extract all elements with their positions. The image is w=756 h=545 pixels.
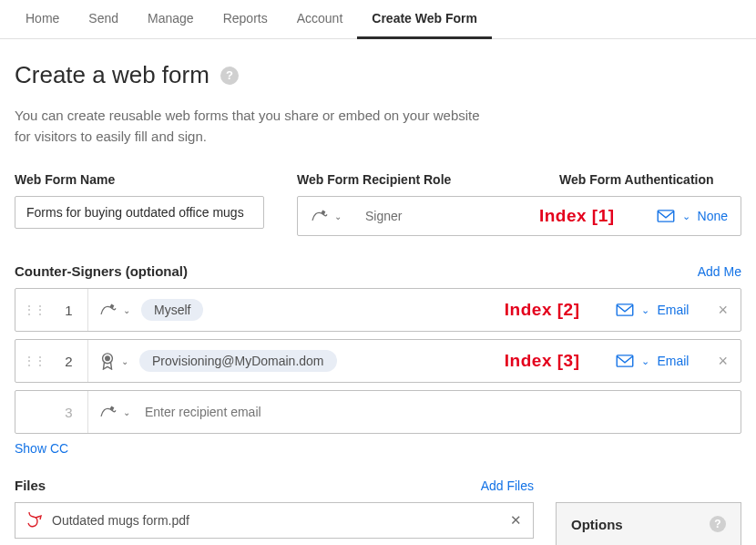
- role-dropdown[interactable]: ⌄: [88, 352, 139, 370]
- recipient-chip[interactable]: Myself: [141, 299, 203, 321]
- svg-rect-4: [618, 355, 634, 366]
- role-dropdown[interactable]: ⌄: [311, 209, 352, 223]
- auth-dropdown[interactable]: ⌄ Email: [616, 303, 689, 317]
- show-cc-link[interactable]: Show CC: [15, 441, 68, 456]
- mail-icon: [616, 303, 634, 316]
- file-name: Outdated mugs form.pdf: [52, 513, 501, 528]
- counter-signer-new-row: ⋮⋮ 3 ⌄: [15, 390, 741, 434]
- tab-reports[interactable]: Reports: [209, 0, 282, 38]
- index-annotation-1: Index [1]: [539, 206, 615, 226]
- row-number: 1: [50, 289, 88, 331]
- role-dropdown[interactable]: ⌄: [88, 303, 141, 317]
- svg-point-3: [106, 356, 110, 361]
- options-panel: Options ?: [556, 502, 741, 545]
- svg-rect-1: [618, 304, 634, 315]
- chevron-down-icon: ⌄: [121, 356, 128, 366]
- tab-account[interactable]: Account: [282, 0, 358, 38]
- help-icon[interactable]: ?: [220, 67, 239, 85]
- pdf-icon: [26, 510, 43, 530]
- pen-icon: [99, 405, 117, 419]
- mail-icon: [616, 355, 634, 367]
- index-annotation-2: Index [2]: [505, 300, 580, 320]
- main-tabs: Home Send Manage Reports Account Create …: [0, 0, 756, 39]
- help-icon[interactable]: ?: [710, 516, 726, 532]
- counter-signers-title: Counter-Signers (optional): [15, 263, 188, 279]
- recipient-email-input[interactable]: [141, 405, 741, 419]
- chevron-down-icon: ⌄: [123, 407, 130, 417]
- auth-dropdown[interactable]: ⌄ None: [657, 209, 728, 223]
- auth-email-text: Email: [657, 354, 689, 368]
- signer-role-text: Signer: [365, 209, 402, 223]
- primary-recipient-row: ⌄ Signer Index [1] ⌄ None: [297, 196, 741, 236]
- add-me-link[interactable]: Add Me: [698, 264, 741, 279]
- tab-home[interactable]: Home: [11, 0, 74, 38]
- auth-email-text: Email: [657, 303, 689, 317]
- chevron-down-icon: ⌄: [641, 304, 649, 316]
- pen-icon: [311, 209, 329, 223]
- counter-signer-row: ⋮⋮ 1 ⌄ Myself Index [2] ⌄ Email ×: [15, 288, 741, 332]
- chevron-down-icon: ⌄: [123, 305, 130, 315]
- role-dropdown[interactable]: ⌄: [88, 405, 141, 419]
- authentication-label: Web Form Authentication: [559, 172, 741, 187]
- drag-handle-icon[interactable]: ⋮⋮: [15, 354, 50, 368]
- index-annotation-3: Index [3]: [505, 351, 580, 371]
- svg-rect-0: [658, 211, 674, 221]
- recipient-chip[interactable]: Provisioning@MyDomain.dom: [139, 350, 337, 372]
- remove-file-button[interactable]: ✕: [510, 512, 522, 529]
- tab-manage[interactable]: Manage: [133, 0, 209, 38]
- mail-icon: [657, 210, 675, 222]
- row-number: 3: [50, 391, 88, 433]
- tab-create-web-form[interactable]: Create Web Form: [357, 0, 492, 39]
- tab-send[interactable]: Send: [74, 0, 133, 38]
- web-form-name-input[interactable]: [15, 196, 264, 229]
- pen-icon: [99, 303, 117, 317]
- row-number: 2: [50, 340, 88, 382]
- remove-row-button[interactable]: ×: [705, 301, 741, 320]
- recipient-role-label: Web Form Recipient Role: [297, 172, 559, 187]
- counter-signer-row: ⋮⋮ 2 ⌄ Provisioning@MyDomain.dom Index […: [15, 339, 741, 383]
- chevron-down-icon: ⌄: [334, 211, 342, 221]
- page-description: You can create reusable web forms that y…: [15, 106, 488, 147]
- page-title-text: Create a web form: [15, 61, 209, 89]
- options-title: Options: [571, 517, 623, 532]
- remove-row-button[interactable]: ×: [705, 352, 741, 371]
- auth-dropdown[interactable]: ⌄ Email: [616, 354, 689, 368]
- page-title: Create a web form ?: [15, 61, 741, 89]
- drag-handle-icon[interactable]: ⋮⋮: [15, 303, 50, 317]
- chevron-down-icon: ⌄: [682, 211, 690, 222]
- files-title: Files: [15, 478, 46, 493]
- seal-icon: [99, 352, 116, 370]
- web-form-name-label: Web Form Name: [15, 172, 264, 187]
- add-files-link[interactable]: Add Files: [481, 478, 534, 493]
- file-item: Outdated mugs form.pdf ✕: [15, 502, 534, 539]
- auth-none-text: None: [698, 209, 728, 223]
- chevron-down-icon: ⌄: [641, 355, 649, 367]
